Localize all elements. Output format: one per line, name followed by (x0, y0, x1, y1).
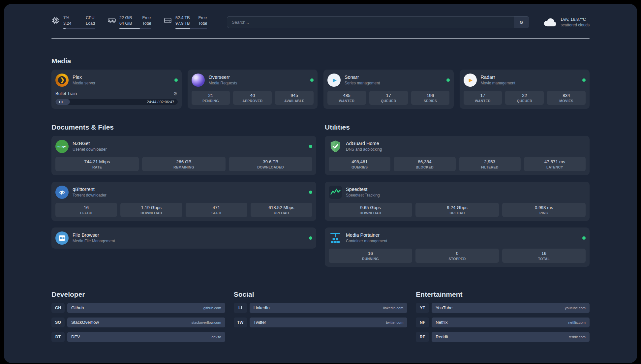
bookmark-domain: twitter.com (386, 320, 404, 324)
bookmark-group-developer: Developer GH Github github.com SO StackO… (51, 290, 225, 347)
bookmark-dev[interactable]: DT DEV dev.to (51, 332, 225, 342)
bookmark-name: Github (71, 305, 84, 310)
status-dot (309, 145, 312, 148)
plex-icon: ❯ (55, 74, 69, 87)
stat-approved: 40 APPROVED (233, 91, 272, 105)
service-name: Speedtest (346, 187, 380, 192)
stat-queued: 17 QUEUED (369, 91, 408, 105)
service-card-nzbget[interactable]: nzbget NZBGet Usenet downloader 744.21 M… (51, 136, 316, 175)
section-utilities: Utilities AdGuard Home (325, 123, 590, 267)
section-title-documents: Documents & Files (51, 123, 316, 131)
stat-series: 196 SERIES (411, 91, 450, 105)
bookmark-youtube[interactable]: YT YouTube youtube.com (416, 303, 590, 313)
bookmark-group-social: Social LI LinkedIn linkedin.com TW Twitt… (234, 290, 408, 332)
section-media: Media ❯ Plex Media server Bullet Train (51, 57, 590, 109)
cpu-load-label: Load (86, 21, 95, 26)
bookmark-name: DEV (71, 334, 80, 339)
search-input[interactable] (227, 16, 514, 28)
stat-filtered: 2,953 FILTERED (459, 157, 521, 171)
bookmark-group-entertainment: Entertainment YT YouTube youtube.com NF … (416, 290, 590, 347)
service-name: Overseerr (209, 75, 237, 80)
stat-wanted: 17 WANTED (464, 91, 502, 105)
memory-ram-icon (107, 16, 116, 25)
service-name: AdGuard Home (346, 141, 382, 146)
adguard-shield-icon (329, 140, 342, 153)
service-subtitle: DNS and adblocking (346, 147, 382, 152)
service-subtitle: Media Requests (209, 81, 237, 86)
search-provider-button[interactable]: G (514, 16, 529, 28)
service-card-qbittorrent[interactable]: qb qBittorrent Torrent downloader 16 LEE… (51, 182, 316, 221)
service-card-overseerr[interactable]: Overseerr Media Requests 21 PENDING 40 A… (188, 70, 318, 109)
cpu-widget: 7% 3.24 CPU Load (51, 15, 95, 29)
service-name: Sonarr (345, 75, 380, 80)
service-card-filebrowser[interactable]: File Browser Media File Management (51, 228, 316, 249)
service-name: Radarr (481, 75, 515, 80)
bookmark-stackoverflow[interactable]: SO StackOverflow stackoverflow.com (51, 318, 225, 327)
cpu-usage-bar (63, 28, 95, 29)
bookmark-twitter[interactable]: TW Twitter twitter.com (234, 318, 408, 327)
disk-free-value: 52.4 TB (175, 15, 190, 21)
service-subtitle: Media server (73, 81, 95, 86)
stat-rate: 744.21 Mbps RATE (55, 157, 139, 171)
weather-condition: scattered clouds (561, 23, 590, 27)
service-name: Media Portainer (346, 232, 387, 238)
memory-free-value: 22 GiB (119, 15, 132, 21)
bookmark-reddit[interactable]: RE Reddit reddit.com (416, 332, 590, 342)
stat-wanted: 485 WANTED (327, 91, 366, 105)
dashboard-window: 7% 3.24 CPU Load (4, 4, 637, 363)
service-card-sonarr[interactable]: ▶ Sonarr Series management 485 WANTED (323, 70, 454, 109)
section-title-social: Social (234, 290, 408, 298)
service-card-portainer[interactable]: Media Portainer Container management 16 … (325, 228, 590, 267)
status-dot (309, 236, 312, 240)
weather-location: Lviv, 16.87°C (561, 17, 590, 22)
stat-available: 945 AVAILABLE (275, 91, 314, 105)
memory-total-value: 64 GiB (119, 21, 132, 26)
settings-gear-icon[interactable]: ⚙ (173, 91, 177, 96)
memory-usage-bar (119, 28, 151, 29)
service-subtitle: Container management (346, 239, 387, 244)
stat-movies: 834 MOVIES (547, 91, 586, 105)
bookmark-abbr: YT (416, 303, 429, 313)
bookmark-name: YouTube (436, 305, 452, 310)
section-title-developer: Developer (51, 290, 225, 298)
status-dot (174, 78, 178, 82)
bookmark-domain: dev.to (212, 335, 221, 339)
bookmark-abbr: DT (51, 332, 65, 342)
service-card-plex[interactable]: ❯ Plex Media server Bullet Train ⚙ ❚❚ (51, 70, 182, 109)
bookmark-linkedin[interactable]: LI LinkedIn linkedin.com (234, 303, 408, 313)
service-card-speedtest[interactable]: Speedtest Speedtest Tracking 9.65 Gbps D… (325, 182, 590, 221)
bookmark-name: Reddit (436, 334, 448, 339)
bookmark-abbr: LI (234, 303, 247, 313)
bookmark-name: LinkedIn (254, 305, 270, 310)
nzbget-icon: nzbget (55, 140, 69, 153)
bookmark-netflix[interactable]: NF Netflix netflix.com (416, 318, 590, 327)
bookmark-domain: youtube.com (565, 306, 586, 310)
bookmark-abbr: NF (416, 318, 429, 327)
bookmark-github[interactable]: GH Github github.com (51, 303, 225, 313)
memory-total-label: Total (142, 21, 151, 26)
service-card-adguard[interactable]: AdGuard Home DNS and adblocking 498,461 … (325, 136, 590, 175)
stat-latency: 47.571 ms LATENCY (524, 157, 586, 171)
service-subtitle: Media File Management (73, 239, 115, 244)
disk-total-label: Total (198, 21, 207, 26)
section-title-media: Media (51, 57, 590, 65)
header-divider (51, 38, 590, 39)
stat-total: 16 TOTAL (502, 249, 586, 263)
stat-download: 1.19 Gbps DOWNLOAD (120, 203, 182, 217)
cpu-chip-icon (51, 16, 60, 25)
service-name: Plex (73, 75, 95, 80)
section-title-entertainment: Entertainment (416, 290, 590, 298)
radarr-icon: ▶ (464, 74, 477, 87)
stat-queued: 22 QUEUED (505, 91, 544, 105)
playback-progress-bar[interactable]: ❚❚ 24:44 / 02:06:47 (55, 99, 178, 105)
service-subtitle: Series management (345, 81, 380, 86)
service-card-radarr[interactable]: ▶ Radarr Movie management 17 WANTED (460, 70, 590, 109)
memory-widget: 22 GiB 64 GiB Free Total (107, 15, 151, 29)
bookmark-domain: stackoverflow.com (192, 320, 221, 324)
status-dot (310, 78, 314, 82)
qbittorrent-icon: qb (55, 186, 69, 199)
cpu-label: CPU (86, 15, 95, 21)
pause-button[interactable]: ❚❚ (59, 101, 64, 103)
stat-pending: 21 PENDING (192, 91, 230, 105)
status-dot (582, 236, 586, 240)
